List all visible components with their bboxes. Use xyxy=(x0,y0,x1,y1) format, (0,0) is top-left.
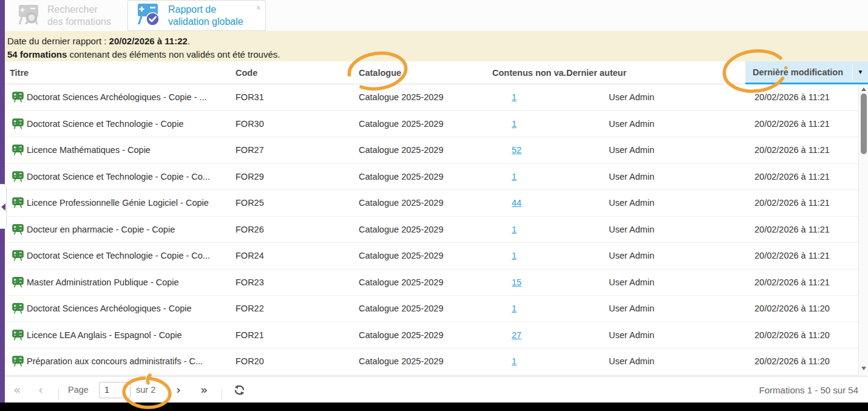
app-window: Rechercher des formations Rapport de val… xyxy=(0,0,868,411)
formation-author: User Admin xyxy=(609,322,654,348)
formation-author: User Admin xyxy=(609,217,654,243)
formation-author: User Admin xyxy=(609,137,654,163)
formation-title: Master Administration Publique - Copie xyxy=(27,270,179,296)
formation-modified-date: 20/02/2026 à 11:21 xyxy=(754,243,830,269)
table-header: Titre Code Catalogue Contenus non va... … xyxy=(5,61,868,84)
last-page-button[interactable]: » xyxy=(200,376,208,403)
formation-catalogue: Catalogue 2025-2029 xyxy=(359,164,443,190)
column-header-auteur[interactable]: Dernier auteur xyxy=(566,61,626,84)
formation-title: Licence Mathématiques - Copie xyxy=(27,137,151,163)
unvalidated-count-link[interactable]: 1 xyxy=(512,172,517,182)
unvalidated-count-link[interactable]: 44 xyxy=(512,198,521,208)
refresh-button[interactable] xyxy=(234,376,245,403)
formation-icon xyxy=(12,296,24,322)
tab-label: Rapport de validation globale xyxy=(168,4,243,28)
panel-collapse-handle[interactable] xyxy=(0,184,7,229)
formation-title: Doctorat Science et Technologie - Copie xyxy=(27,111,183,137)
formation-catalogue: Catalogue 2025-2029 xyxy=(359,111,443,137)
scroll-down-icon[interactable] xyxy=(861,367,866,370)
page-number-input[interactable] xyxy=(99,382,131,398)
formation-code: FOR23 xyxy=(236,270,264,296)
column-header-catalogue[interactable]: Catalogue xyxy=(359,61,401,84)
separator xyxy=(58,389,59,399)
formation-icon xyxy=(12,111,24,137)
table-row[interactable]: Doctorat Science et Technologie - Copie … xyxy=(5,243,858,270)
formation-code: FOR25 xyxy=(236,190,264,216)
first-page-button[interactable]: « xyxy=(13,376,21,403)
tab-rechercher-formations[interactable]: Rechercher des formations xyxy=(8,0,127,31)
formation-icon xyxy=(12,348,24,375)
column-header-contenus[interactable]: Contenus non va... xyxy=(492,61,571,84)
tab-label: Rechercher des formations xyxy=(47,4,111,28)
formation-modified-date: 20/02/2026 à 11:21 xyxy=(754,84,830,110)
table-row[interactable]: Doctorat Sciences Archéologiques - Copie… xyxy=(5,84,858,111)
unvalidated-count-link[interactable]: 1 xyxy=(512,304,517,313)
formation-catalogue: Catalogue 2025-2029 xyxy=(359,84,443,110)
table-row[interactable]: Doctorat Science et Technologie - Copie … xyxy=(5,111,858,138)
formation-icon xyxy=(12,84,24,110)
table-row[interactable]: Doctorat Science et Technologie - Copie … xyxy=(5,164,858,191)
formation-code: FOR30 xyxy=(236,111,264,137)
unvalidated-count-link[interactable]: 52 xyxy=(512,145,521,155)
formation-icon xyxy=(12,322,24,348)
table-row[interactable]: Préparation aux concours administratifs … xyxy=(5,348,858,375)
page-count-label: sur 2 xyxy=(136,376,155,403)
formation-modified-date: 20/02/2026 à 11:21 xyxy=(754,137,830,163)
formation-author: User Admin xyxy=(609,296,654,322)
table-row[interactable]: Docteur en pharmacie - Copie - Copie FOR… xyxy=(5,217,858,243)
formation-icon xyxy=(12,164,24,190)
tab-bar: Rechercher des formations Rapport de val… xyxy=(5,0,868,31)
formation-code: FOR26 xyxy=(236,217,264,243)
report-date-line: Date du dernier rapport : 20/02/2026 à 1… xyxy=(7,35,868,48)
column-header-titre[interactable]: Titre xyxy=(10,61,29,84)
unvalidated-count-link[interactable]: 1 xyxy=(512,251,517,260)
formation-author: User Admin xyxy=(609,348,654,375)
unvalidated-count-link[interactable]: 1 xyxy=(512,119,517,129)
table-row[interactable]: Licence Mathématiques - Copie FOR27 Cata… xyxy=(5,137,858,164)
formation-code: FOR22 xyxy=(236,296,264,322)
unvalidated-count-link[interactable]: 15 xyxy=(512,277,521,287)
scrollbar-thumb[interactable] xyxy=(861,93,867,154)
formation-title: Docteur en pharmacie - Copie - Copie xyxy=(27,217,175,243)
sort-menu-trigger[interactable]: ▼ xyxy=(852,64,868,80)
table-row[interactable]: Doctorat Sciences Archéologiques - Copie… xyxy=(5,296,858,322)
formation-code: FOR27 xyxy=(236,137,264,163)
results-summary: Formations 1 - 50 sur 54 xyxy=(759,376,858,403)
formation-author: User Admin xyxy=(609,190,654,216)
scroll-up-icon[interactable] xyxy=(861,87,866,91)
formation-author: User Admin xyxy=(609,164,654,190)
formation-catalogue: Catalogue 2025-2029 xyxy=(359,322,443,348)
formation-author: User Admin xyxy=(609,84,654,110)
formation-catalogue: Catalogue 2025-2029 xyxy=(359,243,443,269)
unvalidated-count-link[interactable]: 1 xyxy=(512,356,517,366)
formation-modified-date: 20/02/2026 à 11:21 xyxy=(754,217,830,243)
refresh-icon xyxy=(234,384,245,396)
formation-catalogue: Catalogue 2025-2029 xyxy=(359,217,443,243)
close-icon[interactable]: × xyxy=(256,4,261,12)
table-row[interactable]: Master Administration Publique - Copie F… xyxy=(5,270,858,296)
formation-code: FOR29 xyxy=(236,164,264,190)
formation-code: FOR24 xyxy=(236,243,264,269)
next-page-button[interactable]: › xyxy=(176,376,181,403)
pagination-bar: « ‹ Page sur 2 › » Formations 1 - 50 sur… xyxy=(5,376,868,403)
search-formations-icon xyxy=(15,2,42,29)
unvalidated-count-link[interactable]: 27 xyxy=(512,330,521,340)
formation-catalogue: Catalogue 2025-2029 xyxy=(359,270,443,296)
unvalidated-count-link[interactable]: 1 xyxy=(512,92,517,102)
formation-icon xyxy=(12,243,24,269)
formation-icon xyxy=(12,137,24,163)
tab-rapport-validation-globale[interactable]: Rapport de validation globale × xyxy=(127,0,266,31)
previous-page-button[interactable]: ‹ xyxy=(38,376,43,403)
column-header-code[interactable]: Code xyxy=(236,61,257,84)
formation-title: Doctorat Sciences Archéologiques - Copie… xyxy=(27,84,207,110)
formation-modified-date: 20/02/2026 à 11:21 xyxy=(754,270,830,296)
table-row[interactable]: Licence LEA Anglais - Espagnol - Copie F… xyxy=(5,322,858,349)
formation-author: User Admin xyxy=(609,111,654,137)
table-row[interactable]: Licence Professionnelle Génie Logiciel -… xyxy=(5,190,858,217)
table-body: Doctorat Sciences Archéologiques - Copie… xyxy=(5,84,858,375)
formation-title: Doctorat Sciences Archéologiques - Copie xyxy=(27,296,192,322)
formation-modified-date: 20/02/2026 à 11:20 xyxy=(754,348,830,375)
unvalidated-count-link[interactable]: 1 xyxy=(512,225,517,234)
report-banner: Date du dernier rapport : 20/02/2026 à 1… xyxy=(5,31,868,61)
column-header-derniere-modification[interactable]: Dernière modification ▼ xyxy=(745,61,868,84)
